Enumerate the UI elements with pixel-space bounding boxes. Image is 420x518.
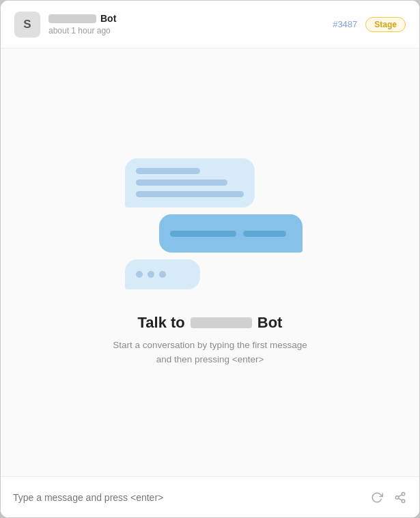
bubble-line bbox=[136, 191, 244, 197]
typing-dot bbox=[148, 271, 154, 278]
bubble-line bbox=[170, 231, 237, 237]
bubble-line bbox=[136, 168, 201, 174]
bubble-line bbox=[136, 179, 227, 186]
talk-to-title: Talk to Bot bbox=[138, 314, 283, 332]
footer-icons bbox=[370, 491, 407, 504]
stage-badge[interactable]: Stage bbox=[365, 17, 406, 32]
bot-name-redacted-title bbox=[191, 317, 252, 328]
talk-to-subtitle: Start a conversation by typing the first… bbox=[113, 339, 307, 366]
chat-header: S Bot about 1 hour ago #3487 Stage bbox=[1, 1, 419, 48]
header-name: Bot bbox=[48, 13, 333, 24]
bot-name-redacted bbox=[48, 14, 96, 23]
chat-footer bbox=[1, 476, 419, 517]
bubble-line bbox=[243, 231, 285, 237]
chat-window: S Bot about 1 hour ago #3487 Stage bbox=[0, 0, 420, 518]
bot-label: Bot bbox=[100, 13, 116, 24]
ticket-link[interactable]: #3487 bbox=[333, 19, 357, 29]
chat-illustration bbox=[118, 158, 303, 289]
header-info: Bot about 1 hour ago bbox=[48, 13, 333, 35]
avatar: S bbox=[14, 12, 40, 38]
header-time: about 1 hour ago bbox=[48, 26, 333, 35]
svg-line-3 bbox=[398, 498, 402, 500]
refresh-icon[interactable] bbox=[370, 491, 384, 504]
typing-dot bbox=[159, 271, 166, 278]
illustration-bubble-1 bbox=[125, 158, 255, 207]
svg-line-4 bbox=[398, 494, 402, 496]
typing-dot bbox=[136, 271, 143, 278]
illustration-bubble-2 bbox=[159, 214, 303, 253]
chat-area: Talk to Bot Start a conversation by typi… bbox=[1, 48, 419, 476]
header-actions: #3487 Stage bbox=[333, 17, 406, 32]
message-input[interactable] bbox=[13, 492, 362, 503]
share-icon[interactable] bbox=[393, 491, 407, 504]
illustration-bubble-3 bbox=[125, 259, 200, 289]
